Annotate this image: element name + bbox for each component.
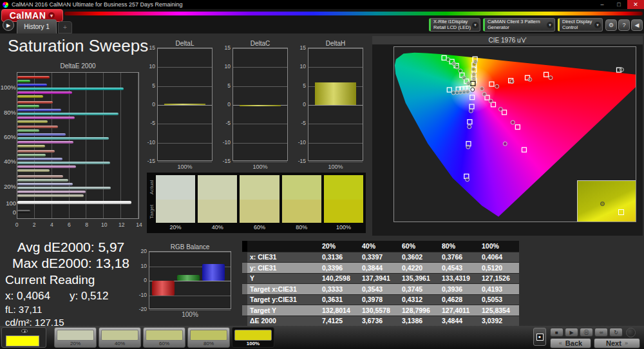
next-button[interactable]: Next » bbox=[594, 338, 640, 348]
target-blue bbox=[468, 120, 472, 124]
device-label: CalMAN Client 3 Pattern Generator bbox=[488, 19, 545, 30]
current-reading-heading: Current Reading bbox=[5, 273, 95, 287]
swatch-label: 80% bbox=[282, 223, 321, 232]
back-chevron-icon: « bbox=[559, 340, 562, 346]
preview-tile[interactable] bbox=[1, 327, 46, 348]
tab-history-1[interactable]: History 1 bbox=[17, 19, 57, 33]
saturation-tile-20%[interactable]: 20% bbox=[54, 327, 97, 348]
measured-yellow bbox=[471, 67, 475, 71]
table-cell: 3,1386 bbox=[399, 317, 439, 325]
rgb-bar-green bbox=[177, 275, 200, 281]
table-row-label: Y bbox=[247, 274, 319, 282]
measured-red bbox=[528, 77, 532, 81]
deltaC-x-label: 100% bbox=[232, 164, 288, 170]
rgb-balance-chart bbox=[149, 251, 231, 309]
stop-square-icon: ■ bbox=[536, 334, 544, 341]
measured-magenta bbox=[511, 120, 515, 124]
measured-green bbox=[462, 76, 466, 80]
deltae-bar bbox=[17, 145, 45, 147]
deltaL-y-tick: -5 bbox=[146, 120, 155, 126]
read-stop-button[interactable]: ■ bbox=[533, 328, 546, 346]
measured-blue bbox=[466, 145, 470, 149]
maximize-button[interactable]: □ bbox=[611, 0, 627, 9]
tile-swatch bbox=[101, 330, 138, 341]
swatch-column-20%: 20% bbox=[156, 175, 195, 233]
next-chevron-icon: » bbox=[625, 340, 628, 346]
table-row: Target x:CIE310,33330,35430,37450,39360,… bbox=[242, 283, 519, 294]
calman-window: CalMAN 2016 CalMAN Ultimate for Business… bbox=[0, 0, 644, 349]
deltaH-y-tick: 5 bbox=[296, 82, 306, 89]
saturation-tile-80%[interactable]: 80% bbox=[187, 327, 230, 348]
deltae-bar bbox=[17, 113, 118, 115]
run-arrow-button[interactable]: ▶ bbox=[3, 19, 14, 31]
continuous-button[interactable]: ∞ bbox=[594, 328, 608, 337]
table-cell: 0,4312 bbox=[399, 296, 439, 303]
deltah-title: DeltaH bbox=[308, 40, 363, 47]
deltae-group-label: 80% bbox=[0, 108, 16, 115]
saturation-tile-60%[interactable]: 60% bbox=[143, 327, 185, 348]
deltae-bar bbox=[17, 101, 53, 104]
add-tab-button[interactable]: + bbox=[58, 21, 72, 33]
table-cell: 0,5053 bbox=[479, 296, 519, 303]
rgb-bar-blue bbox=[202, 264, 225, 281]
refresh-button[interactable]: ↻ bbox=[609, 328, 623, 337]
deltae-x-tick: 12 bbox=[117, 222, 127, 228]
measured-red bbox=[495, 84, 499, 88]
cie-1976-panel: CIE 1976 u'v' 0,050,10,150,20,250,30,350… bbox=[372, 36, 643, 236]
play-button[interactable]: ▶ bbox=[565, 328, 578, 337]
gridline bbox=[233, 48, 287, 49]
deltal-chart bbox=[157, 48, 213, 161]
table-cell: 127,4011 bbox=[439, 307, 479, 314]
gridline bbox=[308, 48, 363, 49]
rgb-y-tick: -20 bbox=[134, 306, 147, 312]
deltae-x-tick: 2 bbox=[29, 222, 39, 228]
deltae-group-label: 100 bbox=[0, 199, 16, 206]
deltae-bar bbox=[17, 162, 110, 164]
deltae-bar bbox=[17, 191, 86, 193]
table-gutter bbox=[242, 241, 247, 252]
deltaH-bar bbox=[315, 82, 356, 105]
rgb-balance-title: RGB Balance bbox=[149, 243, 231, 250]
swatch-column-60%: 60% bbox=[240, 175, 279, 233]
deltae-bar bbox=[17, 105, 39, 108]
deltae-bar bbox=[17, 126, 58, 128]
table-cell: 0,3936 bbox=[439, 285, 479, 293]
device-button-3[interactable]: Direct Display Control▼ bbox=[558, 18, 603, 32]
minimize-button[interactable]: – bbox=[594, 0, 611, 9]
collapse-button[interactable]: ◀ bbox=[631, 19, 643, 31]
eye-icon bbox=[21, 329, 28, 333]
measurement-table: 20%40%60%80%100%x: CIE310,31360,33970,36… bbox=[242, 241, 519, 326]
app-icon bbox=[3, 2, 8, 8]
actual-swatch bbox=[282, 175, 321, 200]
deltae-x-tick: 4 bbox=[46, 222, 57, 228]
table-cell: 0,3397 bbox=[359, 253, 399, 261]
table-gutter bbox=[242, 263, 247, 273]
stop-button[interactable]: ■ bbox=[550, 328, 564, 337]
target-magenta bbox=[502, 110, 507, 115]
back-button[interactable]: « Back bbox=[550, 338, 591, 348]
deltac-chart bbox=[232, 48, 288, 161]
close-button[interactable]: ✕ bbox=[627, 0, 644, 9]
table-cell: 133,4319 bbox=[439, 274, 479, 282]
tile-label: 100% bbox=[232, 341, 274, 346]
series-button[interactable]: Ⓗ bbox=[580, 328, 593, 337]
deltaH-y-tick: 0 bbox=[296, 101, 306, 108]
deltaL-bar bbox=[164, 104, 205, 105]
deltae2000-chart: 100%80%60%40%20%1000 bbox=[17, 72, 139, 219]
deltaL-y-tick: 15 bbox=[146, 44, 155, 51]
table-cell: 0,3136 bbox=[319, 253, 359, 261]
device-button-1[interactable]: X-Rite i1Display Retail LCD (LED)▼ bbox=[429, 18, 480, 32]
deltae-bar bbox=[17, 95, 43, 98]
deltaH-y-tick: -5 bbox=[296, 120, 306, 126]
measured-red bbox=[620, 68, 623, 71]
tile-label: 20% bbox=[55, 341, 96, 346]
help-button[interactable]: ? bbox=[618, 19, 630, 31]
device-button-2[interactable]: CalMAN Client 3 Pattern Generator▼ bbox=[483, 18, 555, 32]
saturation-tile-40%[interactable]: 40% bbox=[99, 327, 141, 348]
deltaL-y-tick: -15 bbox=[146, 158, 155, 164]
table-header-cell: 20% bbox=[319, 242, 359, 250]
measured-magenta bbox=[503, 142, 507, 146]
deltae-group-100: 100 bbox=[17, 198, 138, 207]
settings-button[interactable]: ⚙ bbox=[605, 19, 617, 31]
saturation-tile-100%[interactable]: 100% bbox=[232, 327, 274, 348]
